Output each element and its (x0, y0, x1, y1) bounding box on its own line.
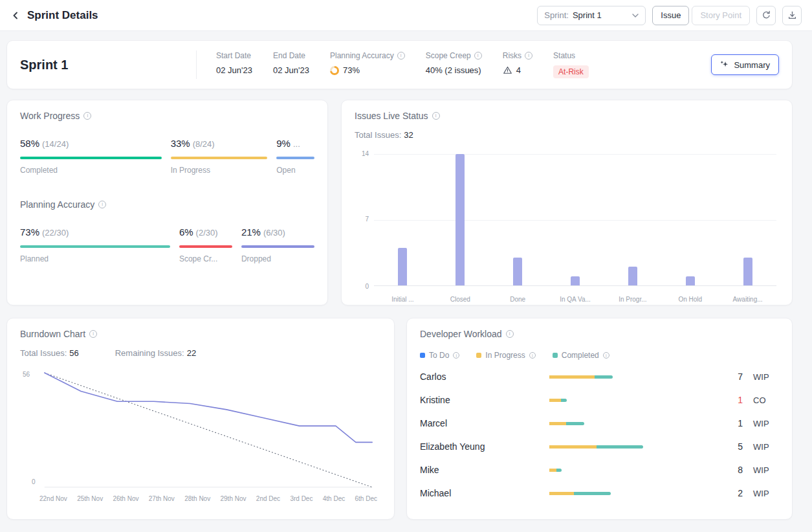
issue-storypoint-toggle: Issue Story Point (652, 6, 750, 25)
back-button[interactable] (10, 10, 21, 21)
info-icon[interactable] (98, 201, 106, 208)
info-icon[interactable] (603, 352, 609, 359)
info-icon[interactable] (397, 52, 405, 60)
legend-completed[interactable]: Completed (553, 351, 609, 360)
work-progress-title: Work Progress (20, 111, 314, 121)
workload-bar (549, 375, 726, 379)
metric-completed: 58%(14/24) Completed (20, 138, 162, 175)
workload-rows: Carlos 7 WIP Kristine 1 CO Marcel 1 WIP (420, 365, 779, 505)
sprint-fields: Start Date 02 Jun'23 End Date 02 Jun'23 … (216, 51, 711, 78)
workload-status: WIP (753, 372, 779, 382)
work-progress-card: Work Progress 58%(14/24) Completed 33%(8… (6, 100, 328, 305)
info-icon[interactable] (89, 330, 97, 338)
y-axis-tick: 56 (23, 371, 30, 378)
x-axis-labels: 22nd Nov 25th Nov 26th Nov 27th Nov 28th… (39, 495, 377, 502)
planning-accuracy-ring (330, 66, 339, 75)
metric-dropped: 21%(6/30) Dropped (241, 227, 314, 263)
info-icon[interactable] (453, 352, 459, 359)
workload-count: 8 (726, 465, 743, 475)
info-icon[interactable] (474, 52, 482, 60)
legend-in-progress[interactable]: In Progress (476, 351, 535, 360)
workload-bar (549, 399, 726, 402)
sprint-name: Sprint 1 (20, 58, 196, 72)
progress-bar-completed (20, 157, 162, 159)
top-bar: Sprint Details Sprint: Sprint 1 Issue St… (0, 0, 812, 31)
metric-open: 9%... Open (276, 138, 314, 175)
burndown-stats: Total Issues:56 Remaining Issues:22 (20, 348, 381, 358)
refresh-icon (762, 10, 771, 20)
sprint-select[interactable]: Sprint: Sprint 1 (537, 6, 646, 25)
workload-row[interactable]: Elizabeth Yeung 5 WIP (420, 435, 779, 458)
burndown-plot (39, 370, 377, 493)
progress-bar-scope-creep (179, 245, 232, 248)
field-end-date: End Date 02 Jun'23 (273, 51, 309, 75)
workload-row[interactable]: Michael 2 WIP (420, 482, 779, 505)
total-issues-stat: Total Issues:56 (20, 348, 79, 358)
bar-closed[interactable] (455, 154, 465, 285)
info-icon[interactable] (432, 112, 440, 120)
legend-to-do[interactable]: To Do (420, 351, 459, 360)
summary-button[interactable]: Summary (711, 54, 779, 75)
developer-name: Elizabeth Yeung (420, 441, 549, 452)
info-icon[interactable] (525, 52, 532, 60)
burndown-line-chart: 56 0 22nd Nov 25th Nov 26th Nov 27th Nov… (20, 370, 381, 502)
completed-swatch (553, 353, 558, 358)
download-button[interactable] (782, 6, 802, 25)
workload-legend: To Do In Progress Completed (420, 351, 779, 360)
x-axis-labels: Initial ... Closed Done In QA Va... In P… (374, 291, 776, 303)
refresh-button[interactable] (756, 6, 776, 25)
progress-bar-planned (20, 245, 170, 248)
bar-initial[interactable] (398, 248, 407, 285)
page-title: Sprint Details (27, 9, 98, 22)
field-status: Status At-Risk (553, 51, 589, 78)
bar-awaiting[interactable] (743, 258, 752, 286)
bar-on-hold[interactable] (686, 276, 695, 286)
workload-bar (549, 422, 726, 425)
divider (196, 50, 197, 79)
info-icon[interactable] (83, 112, 91, 120)
bar-done[interactable] (513, 258, 522, 286)
info-icon[interactable] (529, 352, 536, 359)
metric-planned: 73%(22/30) Planned (20, 227, 170, 263)
y-axis-tick: 0 (355, 283, 369, 290)
remaining-issues-stat: Remaining Issues:22 (115, 348, 196, 358)
workload-count: 2 (726, 488, 743, 498)
workload-row[interactable]: Mike 8 WIP (420, 458, 779, 482)
info-icon[interactable] (506, 330, 514, 338)
field-start-date: Start Date 02 Jun'23 (216, 51, 252, 75)
workload-row[interactable]: Carlos 7 WIP (420, 365, 779, 388)
warning-icon (503, 65, 512, 75)
issues-live-status-title: Issues Live Status (355, 111, 779, 121)
developer-name: Marcel (420, 418, 549, 428)
sprint-summary-card: Sprint 1 Start Date 02 Jun'23 End Date 0… (6, 40, 793, 89)
total-issues: Total Issues:32 (355, 130, 779, 140)
workload-row[interactable]: Kristine 1 CO (420, 388, 779, 412)
y-axis-tick: 14 (355, 150, 369, 157)
issues-live-status-card: Issues Live Status Total Issues:32 14 7 … (341, 100, 793, 305)
workload-bar (549, 492, 726, 495)
workload-status: WIP (753, 442, 779, 452)
chevron-down-icon (632, 14, 639, 17)
progress-bar-dropped (241, 245, 314, 248)
sprint-select-label: Sprint: (544, 10, 569, 20)
sparkle-icon (720, 60, 729, 69)
bar-in-qa[interactable] (571, 276, 580, 286)
field-risks: Risks 4 (503, 51, 532, 75)
download-icon (787, 10, 797, 20)
workload-count: 5 (726, 441, 743, 452)
workload-count: 7 (726, 371, 743, 382)
story-point-toggle-button[interactable]: Story Point (692, 6, 750, 25)
issue-toggle-button[interactable]: Issue (652, 6, 689, 25)
workload-row[interactable]: Marcel 1 WIP (420, 412, 779, 435)
chevron-left-icon (10, 10, 21, 21)
progress-bar-open (276, 157, 314, 159)
sprint-select-value: Sprint 1 (573, 10, 602, 20)
planning-accuracy-metrics: 73%(22/30) Planned 6%(2/30) Scope Cr... … (20, 227, 314, 263)
workload-status: WIP (753, 419, 779, 428)
developer-workload-card: Developer Workload To Do In Progress Com… (406, 318, 793, 520)
bar-in-progress[interactable] (628, 267, 637, 285)
burndown-chart-title: Burndown Chart (20, 329, 381, 339)
developer-name: Carlos (420, 371, 549, 382)
status-badge: At-Risk (553, 65, 589, 78)
workload-bar (549, 445, 726, 449)
